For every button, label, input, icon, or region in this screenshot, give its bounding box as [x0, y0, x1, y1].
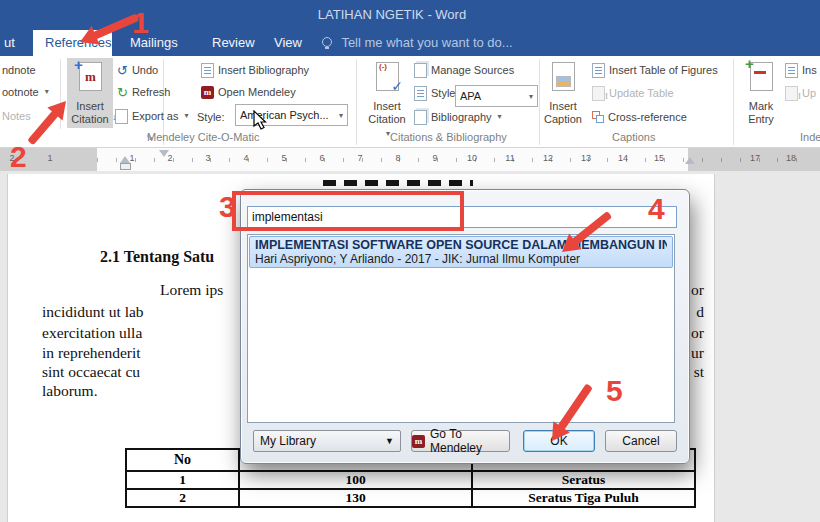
tell-me-label: Tell me what you want to do...: [341, 35, 512, 50]
citations-group-label: Citations & Bibliography: [390, 131, 507, 143]
body-line: Lorem ips: [160, 281, 223, 299]
open-mendeley-button[interactable]: mOpen Mendeley: [201, 84, 296, 100]
ruler-number: 1: [43, 153, 57, 163]
step2-number: 2: [10, 142, 27, 172]
index-group-label: Inde: [800, 131, 820, 143]
chevron-down-icon: ▾: [529, 92, 533, 101]
ruler-number: 14: [616, 153, 630, 163]
export-icon: ↓: [115, 109, 128, 124]
insert-citation-button[interactable]: (-) ✓ Insert Citation ▾: [364, 58, 410, 128]
plus-icon: +: [745, 55, 754, 72]
minus-icon: [754, 71, 766, 74]
mendeley-style-select[interactable]: American Psych...▾: [235, 104, 348, 126]
ruler-number: 15: [652, 153, 666, 163]
insert-index-button[interactable]: Ins: [785, 62, 817, 78]
ruler-number: 9: [428, 153, 442, 163]
mendeley-app-icon: m: [201, 86, 214, 99]
body-line: in reprehenderit: [42, 344, 141, 362]
horizontal-ruler[interactable]: 2 1 1 2 3 4 5 6 7 8 9 10 11 12 13 14 15 …: [0, 148, 820, 171]
manage-sources-button[interactable]: Manage Sources: [414, 62, 514, 78]
step3-number: 3: [219, 192, 236, 222]
ribbon-tab-row: ut References Mailings Review View Tell …: [0, 30, 820, 56]
bibliography-button[interactable]: Bibliography▾: [414, 109, 502, 125]
tab-review[interactable]: Review: [200, 30, 267, 56]
mendeley-insert-bibliography-button[interactable]: Insert Bibliography: [201, 62, 309, 78]
update-table-icon: !: [592, 86, 605, 101]
mendeley-style-label: Style:: [197, 109, 225, 125]
ruler-number: 11: [503, 153, 517, 163]
cross-reference-icon: [592, 111, 604, 123]
clipped-heading: [323, 180, 473, 186]
ruler-number: 4: [239, 153, 253, 163]
mendeley-app-icon: m: [412, 435, 425, 448]
citation-style-select[interactable]: APA▾: [455, 85, 538, 107]
update-index-icon: !: [785, 86, 798, 101]
table-header-cell: No: [126, 449, 239, 471]
mouse-cursor-icon: [253, 110, 269, 130]
mendeley-undo-button[interactable]: ↺Undo: [117, 62, 158, 78]
tell-me-box[interactable]: Tell me what you want to do...: [322, 30, 513, 56]
captions-group-label: Captions: [612, 131, 655, 143]
insert-caption-button[interactable]: Insert Caption: [542, 58, 584, 128]
group-separator: [733, 59, 734, 145]
library-select[interactable]: My Library ▼: [253, 430, 401, 452]
tab-view[interactable]: View: [262, 30, 314, 56]
ruler-number: 6: [315, 153, 329, 163]
ruler-number: 17: [748, 153, 762, 163]
mendeley-insert-citation-button[interactable]: + m Insert Citation: [67, 58, 113, 128]
tab-mailings[interactable]: Mailings: [118, 30, 190, 56]
hanging-indent-marker[interactable]: [120, 156, 130, 163]
group-separator: [356, 59, 357, 145]
mendeley-refresh-button[interactable]: ↻Refresh: [117, 84, 170, 100]
table-row: 1 100 Seratus: [126, 471, 695, 489]
step1-number: 1: [132, 8, 149, 38]
checkmark-icon: ✓: [391, 78, 403, 94]
style-icon: [414, 86, 427, 101]
right-indent-marker[interactable]: [685, 157, 695, 164]
go-to-mendeley-button[interactable]: m Go To Mendeley: [411, 430, 510, 452]
body-line: sint occaecat cu: [42, 363, 140, 381]
chevron-down-icon: ▾: [498, 109, 502, 125]
tab-layout-cut[interactable]: ut: [0, 30, 27, 56]
mendeley-export-as-button[interactable]: ↓ Export as▾: [115, 108, 188, 124]
bibliography-icon: [201, 63, 214, 78]
first-line-indent-marker[interactable]: [159, 150, 169, 157]
window-title: LATIHAN NGETIK - Word: [0, 7, 784, 22]
left-indent-marker[interactable]: [120, 163, 131, 170]
ruler-number: 5: [277, 153, 291, 163]
ruler-number: 7: [353, 153, 367, 163]
picture-icon: [556, 76, 571, 87]
update-table-button[interactable]: !Update Table: [592, 85, 674, 101]
mendeley-logo-icon: m: [80, 70, 101, 83]
citation-mark-icon: (-): [379, 62, 387, 71]
result-title: IMPLEMENTASI SOFTWARE OPEN SOURCE DALAM …: [255, 238, 667, 252]
mendeley-group-label: Mendeley Cite-O-Matic: [147, 131, 259, 143]
refresh-icon: ↻: [117, 86, 128, 99]
next-footnote-button[interactable]: ootnote▾: [2, 84, 49, 100]
insert-index-icon: [785, 63, 798, 78]
ruler-number: 8: [391, 153, 405, 163]
cross-reference-button[interactable]: Cross-reference: [592, 109, 687, 125]
mark-entry-document-icon: +: [750, 62, 773, 91]
citation-document-icon: (-) ✓: [376, 62, 399, 91]
table-row: 2 130 Seratus Tiga Puluh: [126, 489, 695, 507]
group-separator: [539, 59, 540, 145]
update-index-button[interactable]: !Up: [785, 85, 816, 101]
lightbulb-icon: [322, 37, 332, 47]
body-line: laborum.: [42, 382, 98, 400]
result-authors: Hari Aspriyono; Y Arliando - 2017 - JIK:…: [255, 252, 667, 266]
table-of-figures-icon: [592, 63, 605, 78]
search-result-item-selected[interactable]: IMPLEMENTASI SOFTWARE OPEN SOURCE DALAM …: [249, 236, 673, 268]
chevron-down-icon: ▼: [385, 436, 394, 446]
mendeley-document-icon: + m: [79, 62, 102, 91]
body-line: exercitation ulla: [42, 324, 142, 342]
cancel-button[interactable]: Cancel: [605, 430, 677, 452]
mark-entry-button[interactable]: + Mark Entry: [738, 58, 784, 128]
insert-endnote-button[interactable]: ndnote: [2, 62, 36, 78]
manage-sources-icon: [414, 63, 427, 78]
ruler-number: 12: [541, 153, 555, 163]
show-notes-button[interactable]: Notes: [2, 108, 31, 124]
step3-highlight-rectangle: [232, 191, 464, 231]
citation-style-row: Style:: [414, 85, 459, 101]
insert-table-of-figures-button[interactable]: Insert Table of Figures: [592, 62, 718, 78]
